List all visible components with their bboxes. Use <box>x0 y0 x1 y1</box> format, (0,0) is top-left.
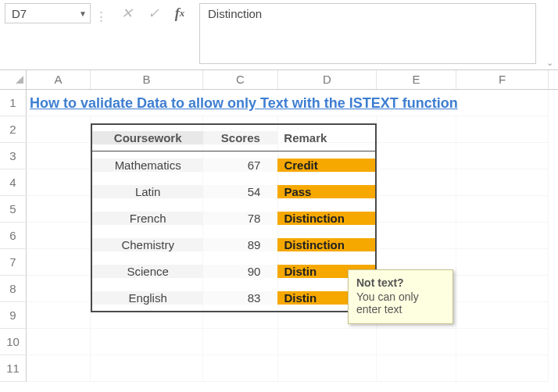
cell-remark[interactable]: Pass <box>277 185 375 198</box>
row-header[interactable]: 10 <box>0 329 27 355</box>
cell-score[interactable]: 90 <box>203 265 277 278</box>
title-cell[interactable]: How to validate Data to allow only Text … <box>27 90 549 116</box>
row-header[interactable]: 7 <box>0 249 27 276</box>
table-row: Chemistry 89 Distinction <box>92 231 375 258</box>
tooltip-body: enter text <box>356 303 445 315</box>
column-header[interactable]: C <box>203 70 278 89</box>
row-header[interactable]: 8 <box>0 276 27 302</box>
cell-coursework[interactable]: English <box>92 291 203 305</box>
column-header[interactable]: B <box>91 70 203 89</box>
column-header[interactable]: E <box>377 70 456 89</box>
row-header[interactable]: 1 <box>0 90 27 116</box>
chevron-down-icon[interactable]: ▼ <box>79 9 87 18</box>
row-header[interactable]: 2 <box>0 116 27 143</box>
data-table[interactable]: Coursework Scores Remark Mathematics 67 … <box>91 123 377 312</box>
select-all-corner[interactable] <box>0 70 27 89</box>
cell-score[interactable]: 54 <box>203 185 277 198</box>
cell-coursework[interactable]: French <box>92 212 203 225</box>
table-row: Science 90 Distin <box>92 258 375 284</box>
tooltip-body: You can only <box>356 290 445 303</box>
table-row: French 78 Distinction <box>92 205 375 231</box>
worksheet-grid[interactable]: A B C D E F 1 How to validate Data to al… <box>0 70 558 382</box>
drag-handle-icon[interactable]: ⋮ <box>95 3 109 23</box>
expand-formula-bar-icon[interactable]: ⌄ <box>546 58 553 68</box>
name-box-value: D7 <box>12 7 27 20</box>
table-header-remark[interactable]: Remark <box>277 131 375 144</box>
table-row: Mathematics 67 Credit <box>92 151 375 178</box>
column-headers: A B C D E F <box>0 70 558 90</box>
cell-score[interactable]: 89 <box>203 238 277 251</box>
row-header[interactable]: 6 <box>0 223 27 249</box>
table-header-coursework[interactable]: Coursework <box>92 131 203 144</box>
cell-remark[interactable]: Credit <box>277 159 375 172</box>
table-header-row: Coursework Scores Remark <box>92 125 375 151</box>
cancel-formula-button[interactable]: ✕ <box>113 3 140 23</box>
cell-score[interactable]: 67 <box>203 159 277 172</box>
cell-score[interactable]: 83 <box>203 291 277 305</box>
formula-input[interactable]: Distinction <box>199 3 536 64</box>
cell-coursework[interactable]: Latin <box>92 185 203 198</box>
row-header[interactable]: 9 <box>0 302 27 329</box>
column-header[interactable]: F <box>456 70 549 89</box>
table-header-scores[interactable]: Scores <box>203 131 277 144</box>
cell-coursework[interactable]: Mathematics <box>92 159 203 172</box>
column-header[interactable]: A <box>27 70 91 89</box>
row-header[interactable]: 3 <box>0 143 27 169</box>
cell-score[interactable]: 78 <box>203 212 277 225</box>
column-header[interactable]: D <box>278 70 377 89</box>
table-row: Latin 54 Pass <box>92 178 375 205</box>
formula-bar: D7 ▼ ⋮ ✕ ✓ fx Distinction ⌄ <box>0 0 558 70</box>
name-box[interactable]: D7 ▼ <box>5 3 91 23</box>
cell-coursework[interactable]: Chemistry <box>92 238 203 251</box>
enter-formula-button[interactable]: ✓ <box>140 3 166 23</box>
cell-remark[interactable]: Distinction <box>277 212 375 225</box>
cell-remark[interactable]: Distinction <box>277 238 375 251</box>
insert-function-button[interactable]: fx <box>166 3 193 23</box>
formula-input-value: Distinction <box>208 7 262 20</box>
cell-coursework[interactable]: Science <box>92 265 203 278</box>
table-row: English 83 Distin <box>92 284 375 311</box>
row-header[interactable]: 11 <box>0 355 27 382</box>
row-header[interactable]: 5 <box>0 196 27 223</box>
row: 1 How to validate Data to allow only Tex… <box>0 90 558 116</box>
row-header[interactable]: 4 <box>0 169 27 196</box>
tooltip-title: Not text? <box>356 276 445 289</box>
validation-tooltip: Not text? You can only enter text <box>348 269 453 324</box>
